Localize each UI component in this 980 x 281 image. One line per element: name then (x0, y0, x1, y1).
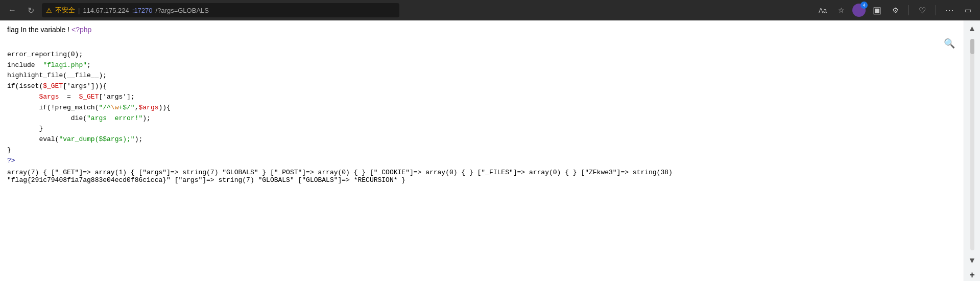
scroll-down-button[interactable]: ▼ (966, 254, 978, 267)
title-text: flag In the variable ! (7, 26, 69, 34)
url-host: 114.67.175.224 (83, 7, 129, 14)
scroll-up-button[interactable]: ▲ (966, 22, 978, 35)
address-bar[interactable]: ⚠ 不安全 | 114.67.175.224 :17270 /?args=GLO… (42, 3, 399, 17)
extensions-button[interactable]: ▣ (870, 3, 884, 17)
reload-button[interactable]: ↻ (23, 3, 38, 17)
toolbar-right: Aa ☆ 4 ▣ ⚙ ♡ ⋯ ▭ (816, 3, 975, 17)
toolbar-divider2 (936, 5, 936, 15)
zoom-plus-button[interactable]: + (966, 269, 978, 281)
toolbar-divider (909, 5, 909, 15)
right-sidebar: ▲ ▼ + (964, 20, 980, 281)
browser-toolbar: ← ↻ ⚠ 不安全 | 114.67.175.224 :17270 /?args… (0, 0, 980, 20)
search-button[interactable]: 🔍 (942, 36, 957, 51)
url-port: :17270 (132, 7, 153, 14)
star-button[interactable]: ☆ (834, 3, 848, 17)
profile-avatar[interactable]: 4 (852, 4, 866, 17)
back-button[interactable]: ← (5, 3, 19, 17)
puzzle-button[interactable]: ⚙ (888, 3, 902, 17)
security-label: 不安全 (55, 6, 75, 15)
output-text: array(7) { ["_GET"]=> array(1) { ["args"… (7, 169, 957, 184)
page-content: flag In the variable ! <?php 🔍 error_rep… (0, 20, 980, 281)
php-tag: <?php (71, 26, 91, 34)
scrollbar-thumb[interactable] (970, 39, 974, 54)
code-block: error_reporting(0); include "flag1.php";… (7, 39, 957, 167)
scrollbar-track[interactable] (970, 39, 974, 250)
url-path: /?args=GLOBALS (156, 7, 209, 14)
aa-button[interactable]: Aa (816, 3, 830, 17)
security-icon: ⚠ (46, 7, 52, 14)
url-separator: | (78, 7, 80, 14)
bookmark-button[interactable]: ♡ (915, 3, 929, 17)
page-title: flag In the variable ! <?php (7, 26, 957, 34)
more-button[interactable]: ⋯ (942, 3, 957, 17)
main-area: flag In the variable ! <?php 🔍 error_rep… (0, 20, 964, 281)
restore-button[interactable]: ▭ (961, 3, 975, 17)
profile-badge: 4 (861, 2, 868, 9)
